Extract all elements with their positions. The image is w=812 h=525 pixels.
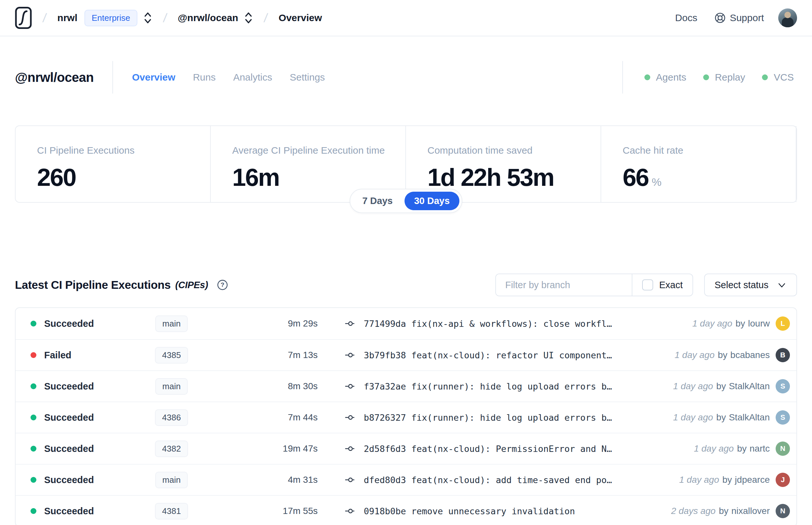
meta-cell: 1 day ago by lourw L (692, 316, 797, 331)
status-select-dropdown[interactable]: Select status (704, 273, 797, 296)
commit-hash: 2d58f6d3 (364, 444, 406, 454)
table-row[interactable]: Succeeded 4386 7m 44s b8726327 fix(runne… (16, 402, 796, 433)
branch-badge: 4382 (155, 440, 188, 457)
commit-hash: 0918b0be (364, 506, 406, 516)
service-replay[interactable]: Replay (703, 72, 745, 83)
stat-value: 16m (232, 163, 405, 191)
tab-settings[interactable]: Settings (290, 72, 325, 83)
tab-analytics[interactable]: Analytics (233, 72, 272, 83)
commit-message: fix(nx-api & workflows): close workfl… (411, 319, 612, 329)
branch-cell: 4382 (142, 440, 201, 457)
table-row[interactable]: Succeeded 4382 19m 47s 2d58f6d3 feat(nx-… (16, 433, 796, 464)
org-switcher-button[interactable] (143, 12, 152, 24)
table-row[interactable]: Succeeded main 4m 31s dfed80d3 feat(nx-c… (16, 464, 796, 495)
commit-message: feat(nx-cloud): add time-saved end po… (411, 475, 612, 485)
cipe-section-header: Latest CI Pipeline Executions (CIPEs) ? … (15, 273, 797, 296)
author-avatar: B (776, 348, 790, 362)
branch-cell: main (142, 472, 201, 488)
help-button[interactable]: ? (217, 279, 228, 291)
status-label: Succeeded (44, 412, 94, 423)
stat-label: Average CI Pipeline Execution time (232, 145, 405, 156)
commit-hash: 771499da (364, 319, 406, 329)
author-avatar: N (776, 441, 790, 456)
status-cell: Succeeded (16, 381, 142, 392)
top-nav-right: Docs Support (675, 9, 797, 27)
commit-message: fix(runner): hide log upload errors b… (411, 381, 612, 391)
branch-badge: main (155, 315, 188, 332)
by-label: by (737, 444, 747, 454)
exact-match-toggle[interactable]: Exact (632, 274, 692, 296)
table-row[interactable]: Succeeded 4381 17m 55s 0918b0be remove u… (16, 495, 796, 525)
section-title: Latest CI Pipeline Executions (15, 279, 171, 291)
stat-number: 66 (623, 163, 649, 191)
table-row[interactable]: Succeeded main 8m 30s f37a32ae fix(runne… (16, 370, 796, 402)
status-label: Succeeded (44, 444, 94, 454)
range-option-30-days[interactable]: 30 Days (404, 192, 460, 210)
by-label: by (716, 381, 726, 391)
chevron-updown-icon (143, 12, 152, 24)
git-commit-icon (344, 507, 357, 515)
breadcrumb-separator: / (263, 11, 269, 25)
service-vcs[interactable]: VCS (762, 72, 794, 83)
branch-filter-input[interactable] (496, 274, 632, 296)
breadcrumb-workspace[interactable]: @nrwl/ocean (178, 12, 238, 24)
enterprise-badge[interactable]: Enterprise (85, 10, 137, 26)
author-avatar: N (776, 504, 790, 518)
duration-cell: 7m 13s (201, 350, 318, 360)
git-commit-icon (344, 476, 357, 484)
table-row[interactable]: Failed 4385 7m 13s 3b79fb38 feat(nx-clou… (16, 339, 796, 370)
status-label: Succeeded (44, 506, 94, 516)
docs-link[interactable]: Docs (675, 12, 698, 24)
status-cell: Succeeded (16, 318, 142, 329)
tab-overview[interactable]: Overview (132, 72, 175, 83)
workspace-header: @nrwl/ocean Overview Runs Analytics Sett… (15, 60, 797, 94)
commit-cell: dfed80d3 feat(nx-cloud): add time-saved … (344, 475, 679, 485)
duration-cell: 19m 47s (201, 444, 318, 454)
commit-message: fix(runner): hide log upload errors b… (411, 412, 612, 423)
stat-value: 66% (623, 163, 796, 191)
status-label: Failed (44, 350, 72, 361)
stat-card-ci-pipeline-executions: CI Pipeline Executions 260 (16, 126, 211, 202)
range-option-7-days[interactable]: 7 Days (352, 192, 402, 210)
service-agents[interactable]: Agents (644, 72, 686, 83)
git-commit-icon (344, 319, 357, 328)
exact-checkbox[interactable] (642, 280, 653, 290)
meta-cell: 2 days ago by nixallover N (671, 504, 796, 518)
branch-cell: 4386 (142, 409, 201, 426)
commit-cell: 0918b0be remove unnecessary invalidation (344, 506, 671, 516)
by-label: by (722, 475, 732, 485)
table-filters: Exact Select status (495, 273, 797, 296)
commit-message: feat(nx-cloud): refactor UI component… (411, 350, 612, 360)
table-row[interactable]: Succeeded main 9m 29s 771499da fix(nx-ap… (16, 308, 796, 339)
commit-hash: f37a32ae (364, 381, 406, 391)
chevron-down-icon (777, 280, 787, 290)
tab-runs[interactable]: Runs (193, 72, 216, 83)
author-avatar: L (776, 316, 790, 331)
workspace-switcher-button[interactable] (244, 12, 253, 24)
git-commit-icon (344, 445, 357, 453)
status-dot (31, 352, 36, 358)
time-ago: 2 days ago (671, 506, 716, 516)
branch-cell: main (142, 315, 201, 332)
branch-cell: 4381 (142, 503, 201, 520)
cipe-table: Succeeded main 9m 29s 771499da fix(nx-ap… (15, 308, 797, 525)
status-dot-green (762, 74, 768, 80)
author-name: jdpearce (735, 475, 770, 485)
branch-cell: main (142, 378, 201, 395)
git-commit-icon (344, 351, 357, 359)
user-avatar[interactable] (778, 9, 797, 27)
breadcrumb-org[interactable]: nrwl (58, 12, 78, 24)
branch-badge: 4385 (155, 347, 188, 363)
commit-text: 771499da fix(nx-api & workflows): close … (364, 319, 612, 329)
commit-cell: 3b79fb38 feat(nx-cloud): refactor UI com… (344, 350, 675, 360)
status-label: Succeeded (44, 475, 94, 485)
workspace-tabs: Overview Runs Analytics Settings (132, 72, 325, 83)
branch-badge: main (155, 472, 188, 488)
commit-hash: b8726327 (364, 412, 406, 423)
stat-number: 16m (232, 163, 279, 191)
support-link[interactable]: Support (714, 12, 764, 24)
status-cell: Failed (16, 350, 142, 361)
nx-cloud-logo[interactable] (15, 7, 32, 29)
commit-cell: 2d58f6d3 feat(nx-cloud): PermissionError… (344, 444, 694, 454)
stat-suffix: % (652, 176, 662, 188)
